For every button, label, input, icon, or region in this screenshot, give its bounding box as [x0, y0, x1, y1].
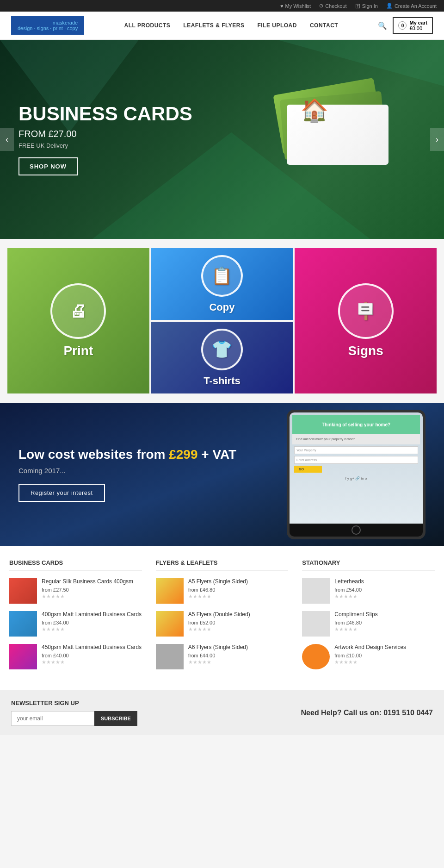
copy-icon: 📋: [201, 255, 243, 297]
product-col-stationary: STATIONARY Letterheads from £54.00 ★★★★★…: [302, 559, 435, 677]
product-item: A5 Flyers (Single Sided) from £46.80 ★★★…: [156, 578, 289, 604]
product-item: Artwork And Design Services from £10.00 …: [302, 644, 435, 669]
category-signs[interactable]: 🪧 Signs: [295, 248, 437, 393]
newsletter-email-input[interactable]: [11, 711, 94, 726]
star-rating: ★★★★★: [334, 626, 435, 632]
star-rating: ★★★★★: [334, 593, 435, 599]
product-item: Letterheads from £54.00 ★★★★★: [302, 578, 435, 604]
nav-all-products[interactable]: ALL PRODUCTS: [124, 22, 171, 29]
product-info: Letterheads from £54.00 ★★★★★: [334, 578, 435, 599]
wishlist-link[interactable]: ♥ My Wishlist: [280, 3, 311, 9]
product-thumb: [302, 644, 330, 669]
category-grid: 🖨 Print 📋 Copy 👕 T-shirts 🪧 Signs: [0, 239, 444, 403]
hero-banner: BUSINESS CARDS FROM £27.00 FREE UK Deliv…: [0, 40, 444, 239]
product-info: A5 Flyers (Single Sided) from £46.80 ★★★…: [188, 578, 289, 599]
product-thumb: [9, 578, 37, 604]
header-right: 🔍 0 My cart £0.00: [378, 17, 433, 34]
tshirt-icon: 👕: [201, 329, 243, 370]
site-header: maskerade design · signs · print · copy …: [0, 12, 444, 40]
hero-title: BUSINESS CARDS: [18, 103, 192, 125]
star-rating: ★★★★★: [188, 659, 289, 665]
logo[interactable]: maskerade design · signs · print · copy: [11, 16, 84, 35]
nav-leaflets-flyers[interactable]: LEAFLETS & FLYERS: [183, 22, 244, 29]
product-item: 400gsm Matt Laminated Business Cards fro…: [9, 611, 142, 637]
product-col-flyers: FLYERS & LEAFLETS A5 Flyers (Single Side…: [156, 559, 289, 677]
promo-cta-button[interactable]: Register your interest: [18, 484, 105, 502]
promo-content: Low cost websites from £299 + VAT Coming…: [0, 429, 444, 520]
product-col-business-cards: BUSINESS CARDS Regular Silk Business Car…: [9, 559, 142, 677]
star-rating: ★★★★★: [42, 626, 142, 632]
cart-count: 0: [398, 21, 407, 30]
product-thumb: [9, 644, 37, 669]
star-rating: ★★★★★: [42, 659, 142, 665]
star-rating: ★★★★★: [42, 593, 142, 599]
cart-button[interactable]: 0 My cart £0.00: [393, 17, 433, 34]
product-thumb: [156, 644, 184, 669]
flyers-title: FLYERS & LEAFLETS: [156, 559, 289, 571]
checkout-link[interactable]: ⊙ Checkout: [319, 3, 346, 9]
create-account-link[interactable]: 👤 Create An Account: [386, 3, 437, 9]
product-info: 400gsm Matt Laminated Business Cards fro…: [42, 611, 142, 632]
category-copy-label: 📋 Copy: [201, 255, 243, 313]
help-phone-text: Need Help? Call us on: 0191 510 0447: [301, 709, 433, 717]
category-print[interactable]: 🖨 Print: [7, 248, 149, 393]
product-info: Artwork And Design Services from £10.00 …: [334, 644, 435, 665]
product-info: A6 Flyers (Single Sided) from £44.00 ★★★…: [188, 644, 289, 665]
signin-link[interactable]: ⚿ Sign In: [355, 3, 378, 9]
category-tshirt-label: 👕 T-shirts: [201, 329, 243, 387]
products-section: BUSINESS CARDS Regular Silk Business Car…: [0, 546, 444, 690]
category-copy[interactable]: 📋 Copy: [151, 248, 293, 320]
hero-content: BUSINESS CARDS FROM £27.00 FREE UK Deliv…: [0, 85, 211, 194]
product-item: A5 Flyers (Double Sided) from £52.00 ★★★…: [156, 611, 289, 637]
promo-banner: Low cost websites from £299 + VAT Coming…: [0, 403, 444, 546]
hero-cta-button[interactable]: SHOP NOW: [18, 157, 78, 175]
top-bar: ♥ My Wishlist ⊙ Checkout ⚿ Sign In 👤 Cre…: [0, 0, 444, 12]
signs-icon: 🪧: [338, 283, 394, 339]
product-info: Compliment Slips from £46.80 ★★★★★: [334, 611, 435, 632]
star-rating: ★★★★★: [334, 659, 435, 665]
product-info: Regular Silk Business Cards 400gsm from …: [42, 578, 142, 599]
search-icon[interactable]: 🔍: [378, 21, 387, 30]
newsletter-label: NEWSLETTER SIGN UP: [11, 699, 79, 706]
promo-headline: Low cost websites from £299 + VAT: [18, 447, 426, 462]
nav-contact[interactable]: CONTACT: [310, 22, 338, 29]
business-cards-title: BUSINESS CARDS: [9, 559, 142, 571]
product-info: A5 Flyers (Double Sided) from £52.00 ★★★…: [188, 611, 289, 632]
newsletter-form: SUBSCRIBE: [11, 711, 137, 726]
category-tshirt[interactable]: 👕 T-shirts: [151, 322, 293, 393]
newsletter-section: NEWSLETTER SIGN UP SUBSCRIBE: [11, 699, 137, 726]
category-print-label: 🖨 Print: [50, 283, 106, 358]
stationary-title: STATIONARY: [302, 559, 435, 571]
hero-price: FROM £27.00: [18, 129, 192, 139]
product-item: 450gsm Matt Laminated Business Cards fro…: [9, 644, 142, 669]
cart-info: My cart £0.00: [409, 20, 427, 31]
product-thumb: [9, 611, 37, 637]
product-thumb: [156, 611, 184, 637]
main-nav: ALL PRODUCTS LEAFLETS & FLYERS FILE UPLO…: [124, 22, 339, 29]
product-thumb: [302, 611, 330, 637]
product-item: Compliment Slips from £46.80 ★★★★★: [302, 611, 435, 637]
hero-image: 🏠: [231, 49, 426, 234]
hero-next-button[interactable]: ›: [430, 128, 444, 151]
product-item: Regular Silk Business Cards 400gsm from …: [9, 578, 142, 604]
product-thumb: [156, 578, 184, 604]
products-grid: BUSINESS CARDS Regular Silk Business Car…: [9, 559, 435, 677]
star-rating: ★★★★★: [188, 626, 289, 632]
nav-file-upload[interactable]: FILE UPLOAD: [257, 22, 297, 29]
product-info: 450gsm Matt Laminated Business Cards fro…: [42, 644, 142, 665]
product-thumb: [302, 578, 330, 604]
star-rating: ★★★★★: [188, 593, 289, 599]
hero-delivery: FREE UK Delivery: [18, 142, 192, 149]
category-signs-label: 🪧 Signs: [338, 283, 394, 358]
product-item: A6 Flyers (Single Sided) from £44.00 ★★★…: [156, 644, 289, 669]
site-footer: NEWSLETTER SIGN UP SUBSCRIBE Need Help? …: [0, 690, 444, 735]
print-icon: 🖨: [50, 283, 106, 339]
newsletter-subscribe-button[interactable]: SUBSCRIBE: [94, 711, 137, 726]
promo-subtext: Coming 2017...: [18, 467, 426, 475]
